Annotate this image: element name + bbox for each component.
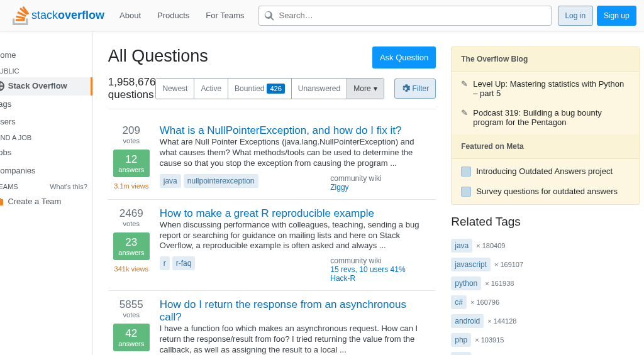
tab-bountied[interactable]: Bountied 426 xyxy=(228,79,292,99)
tab-active[interactable]: Active xyxy=(194,79,228,99)
vote-label: votes xyxy=(113,220,150,227)
tab-newest[interactable]: Newest xyxy=(156,79,194,99)
bountied-badge: 426 xyxy=(267,84,284,94)
tag[interactable]: nullpointerexception xyxy=(184,174,258,188)
related-tag-item: c++× 83199 xyxy=(451,352,640,355)
nav-stackoverflow-label: Stack Overflow xyxy=(8,80,67,93)
search-input[interactable] xyxy=(258,6,552,26)
meta-icon xyxy=(461,187,471,197)
question-summary: 2469 votes 23answers 341k views How to m… xyxy=(108,200,436,292)
tag[interactable]: java xyxy=(160,174,181,188)
view-count: 341k views xyxy=(113,265,150,273)
related-tag-item: javascript× 169107 xyxy=(451,258,640,271)
question-body: What is a NullPointerException, and how … xyxy=(160,124,431,192)
tag[interactable]: c++ xyxy=(451,352,471,355)
whats-this-link[interactable]: What's this? xyxy=(50,183,87,190)
search-icon xyxy=(264,10,275,21)
wiki-label: community wiki xyxy=(330,174,431,183)
tag[interactable]: r-faq xyxy=(172,256,196,270)
question-tags: rr-faq xyxy=(160,256,196,270)
meta-item[interactable]: Introducing Outdated Answers project xyxy=(452,161,639,182)
tag-count: × 161938 xyxy=(485,280,514,287)
question-body: How to make a great R reproducible examp… xyxy=(160,207,431,283)
meta-header: Featured on Meta xyxy=(452,134,639,159)
related-tag-item: php× 103915 xyxy=(451,333,640,347)
signup-button[interactable]: Sign up xyxy=(597,6,636,26)
nav-about[interactable]: About xyxy=(112,7,148,24)
tab-more[interactable]: More ▾ xyxy=(347,79,383,99)
nav-users[interactable]: Users xyxy=(0,113,92,131)
nav-create-team[interactable]: Create a Team xyxy=(0,193,92,211)
related-tag-item: java× 180409 xyxy=(451,239,640,253)
search-container xyxy=(258,6,552,26)
revs-link[interactable]: 15 revs, 10 users 41% xyxy=(330,265,431,274)
briefcase-icon xyxy=(0,197,3,206)
nav-heading-public: PUBLIC xyxy=(0,65,92,77)
tag[interactable]: php xyxy=(451,333,471,347)
question-stats: 209 votes 12answers 3.1m views xyxy=(113,124,150,192)
question-stats: 5855 votes 42answers 1.6m views xyxy=(113,298,150,355)
ask-question-button[interactable]: Ask Question xyxy=(372,46,436,68)
answer-count-box: 23answers xyxy=(113,232,150,260)
vote-label: votes xyxy=(113,137,150,145)
user-info: community wiki 15 revs, 10 users 41% Hac… xyxy=(330,256,431,283)
wiki-label: community wiki xyxy=(330,256,431,265)
top-header: stackoverflow About Products For Teams L… xyxy=(0,0,644,31)
tag[interactable]: c# xyxy=(451,295,467,309)
question-title-link[interactable]: What is a NullPointerException, and how … xyxy=(160,124,402,136)
tag-count: × 160796 xyxy=(470,298,499,306)
sub-header: 1,958,676 questions Newest Active Bounti… xyxy=(108,76,436,109)
tab-unanswered[interactable]: Unanswered xyxy=(292,79,347,99)
overflow-blog-widget: The Overflow Blog ✎Level Up: Mastering s… xyxy=(451,46,640,205)
left-nav: Home PUBLIC Stack Overflow Tags Users FI… xyxy=(0,31,92,355)
question-title-link[interactable]: How to make a great R reproducible examp… xyxy=(160,207,374,219)
page-title: All Questions xyxy=(108,46,208,66)
vote-count: 2469 xyxy=(113,207,150,220)
gear-icon xyxy=(401,84,410,93)
logo-text: stackoverflow xyxy=(31,9,104,22)
pencil-icon: ✎ xyxy=(461,108,468,117)
blog-item[interactable]: ✎Level Up: Mastering statistics with Pyt… xyxy=(452,74,639,103)
filter-button[interactable]: Filter xyxy=(394,79,436,99)
tag[interactable]: python xyxy=(451,276,481,290)
user-link[interactable]: Ziggy xyxy=(330,183,431,192)
blog-header: The Overflow Blog xyxy=(452,47,639,72)
tag[interactable]: javascript xyxy=(451,258,491,271)
blog-item[interactable]: ✎Podcast 319: Building a bug bounty prog… xyxy=(452,103,639,132)
nav-stackoverflow[interactable]: Stack Overflow xyxy=(0,77,92,96)
vote-count: 209 xyxy=(113,124,150,137)
tag-count: × 103915 xyxy=(475,336,504,344)
top-nav-links: About Products For Teams xyxy=(109,7,252,24)
nav-tags[interactable]: Tags xyxy=(0,96,92,114)
tag[interactable]: java xyxy=(451,239,472,253)
related-tags-list: java× 180409javascript× 169107python× 16… xyxy=(451,239,640,355)
tag-count: × 144128 xyxy=(487,317,516,325)
main-content: All Questions Ask Question 1,958,676 que… xyxy=(108,46,436,355)
nav-products[interactable]: Products xyxy=(150,7,197,24)
nav-home[interactable]: Home xyxy=(0,46,92,65)
auth-buttons: Log in Sign up xyxy=(558,6,636,26)
user-link[interactable]: Hack-R xyxy=(330,274,431,283)
related-tag-item: c#× 160796 xyxy=(451,295,640,309)
pencil-icon: ✎ xyxy=(461,79,468,89)
question-summary: 209 votes 12answers 3.1m views What is a… xyxy=(108,117,436,200)
question-count: 1,958,676 questions xyxy=(108,76,156,101)
nav-companies[interactable]: Companies xyxy=(0,162,92,180)
sort-tabs: Newest Active Bountied 426 Unanswered Mo… xyxy=(155,78,384,99)
main-header: All Questions Ask Question xyxy=(108,46,436,68)
tag-count: × 169107 xyxy=(494,261,523,268)
vote-label: votes xyxy=(113,311,150,319)
right-sidebar: The Overflow Blog ✎Level Up: Mastering s… xyxy=(451,46,640,355)
tag[interactable]: android xyxy=(451,314,484,328)
related-tag-item: python× 161938 xyxy=(451,276,640,290)
question-body: How do I return the response from an asy… xyxy=(160,298,431,355)
logo[interactable]: stackoverflow xyxy=(8,6,109,25)
question-title-link[interactable]: How do I return the response from an asy… xyxy=(160,298,406,323)
globe-icon xyxy=(0,81,4,91)
tag[interactable]: r xyxy=(160,256,170,270)
nav-jobs[interactable]: Jobs xyxy=(0,144,92,162)
nav-for-teams[interactable]: For Teams xyxy=(198,7,252,24)
meta-item[interactable]: Survey questions for outdated answers xyxy=(452,182,639,202)
login-button[interactable]: Log in xyxy=(558,6,592,26)
related-tags-header: Related Tags xyxy=(451,215,640,229)
